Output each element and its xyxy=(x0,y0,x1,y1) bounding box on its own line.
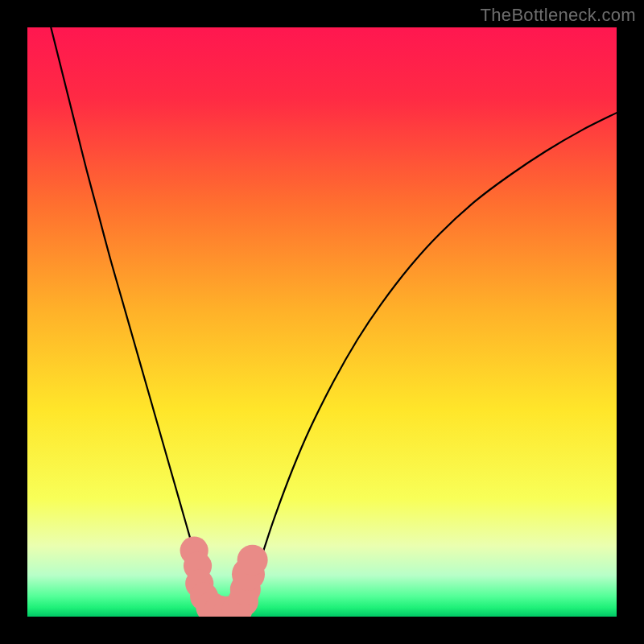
chart-plot-area xyxy=(27,27,617,617)
data-marker xyxy=(237,545,268,576)
chart-svg xyxy=(27,27,617,617)
chart-frame: TheBottleneck.com xyxy=(0,0,644,644)
svg-rect-0 xyxy=(27,27,617,617)
watermark-text: TheBottleneck.com xyxy=(481,5,636,26)
